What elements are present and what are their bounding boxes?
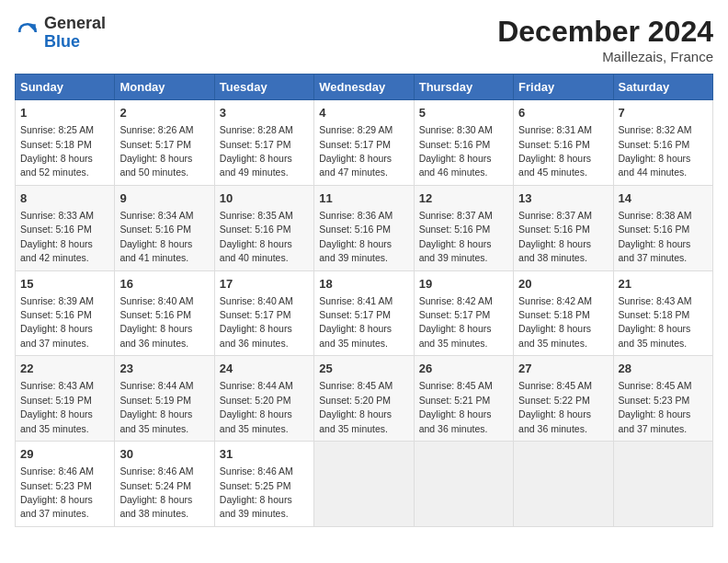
day-detail: Sunrise: 8:45 AMSunset: 5:22 PMDaylight:… — [518, 380, 592, 433]
day-number: 6 — [518, 105, 608, 121]
calendar-day-cell: 27Sunrise: 8:45 AMSunset: 5:22 PMDayligh… — [514, 356, 613, 442]
day-detail: Sunrise: 8:43 AMSunset: 5:19 PMDaylight:… — [20, 380, 94, 433]
calendar-day-cell: 8Sunrise: 8:33 AMSunset: 5:16 PMDaylight… — [16, 185, 115, 270]
calendar-table: SundayMondayTuesdayWednesdayThursdayFrid… — [15, 74, 713, 527]
day-number: 1 — [20, 105, 109, 121]
day-detail: Sunrise: 8:28 AMSunset: 5:17 PMDaylight:… — [220, 124, 293, 178]
day-number: 24 — [220, 361, 309, 377]
calendar-day-cell: 21Sunrise: 8:43 AMSunset: 5:18 PMDayligh… — [613, 270, 712, 356]
day-of-week-header: Friday — [514, 75, 613, 100]
day-detail: Sunrise: 8:40 AMSunset: 5:16 PMDaylight:… — [119, 295, 193, 349]
day-number: 2 — [119, 105, 209, 121]
calendar-week-row: 15Sunrise: 8:39 AMSunset: 5:16 PMDayligh… — [16, 270, 713, 356]
day-detail: Sunrise: 8:40 AMSunset: 5:17 PMDaylight:… — [220, 295, 293, 349]
day-number: 28 — [619, 361, 708, 377]
calendar-header-row: SundayMondayTuesdayWednesdayThursdayFrid… — [16, 75, 713, 100]
day-number: 17 — [220, 276, 309, 293]
calendar-day-cell: 12Sunrise: 8:37 AMSunset: 5:16 PMDayligh… — [414, 185, 513, 270]
calendar-day-cell: 11Sunrise: 8:36 AMSunset: 5:16 PMDayligh… — [314, 185, 414, 270]
calendar-week-row: 1Sunrise: 8:25 AMSunset: 5:18 PMDaylight… — [16, 100, 713, 186]
calendar-week-row: 22Sunrise: 8:43 AMSunset: 5:19 PMDayligh… — [16, 356, 713, 442]
day-detail: Sunrise: 8:37 AMSunset: 5:16 PMDaylight:… — [518, 210, 592, 263]
day-detail: Sunrise: 8:26 AMSunset: 5:17 PMDaylight:… — [119, 124, 193, 178]
calendar-week-row: 8Sunrise: 8:33 AMSunset: 5:16 PMDaylight… — [16, 185, 713, 270]
day-number: 29 — [20, 446, 109, 463]
day-number: 8 — [20, 190, 109, 207]
calendar-day-cell — [314, 442, 414, 527]
calendar-day-cell: 4Sunrise: 8:29 AMSunset: 5:17 PMDaylight… — [314, 100, 414, 186]
title-area: December 2024 Maillezais, France — [497, 15, 713, 64]
month-title: December 2024 — [497, 15, 713, 49]
day-detail: Sunrise: 8:29 AMSunset: 5:17 PMDaylight:… — [319, 124, 392, 178]
day-number: 4 — [319, 105, 408, 121]
logo: General Blue — [15, 15, 106, 52]
calendar-day-cell — [414, 442, 513, 527]
day-detail: Sunrise: 8:45 AMSunset: 5:21 PMDaylight:… — [419, 380, 493, 433]
calendar-day-cell: 22Sunrise: 8:43 AMSunset: 5:19 PMDayligh… — [16, 356, 115, 442]
calendar-day-cell: 3Sunrise: 8:28 AMSunset: 5:17 PMDaylight… — [214, 100, 313, 186]
day-detail: Sunrise: 8:43 AMSunset: 5:18 PMDaylight:… — [619, 295, 692, 349]
calendar-day-cell: 10Sunrise: 8:35 AMSunset: 5:16 PMDayligh… — [214, 185, 313, 270]
day-number: 14 — [619, 190, 708, 207]
calendar-day-cell: 31Sunrise: 8:46 AMSunset: 5:25 PMDayligh… — [214, 442, 313, 527]
calendar-day-cell: 6Sunrise: 8:31 AMSunset: 5:16 PMDaylight… — [514, 100, 613, 186]
day-number: 31 — [220, 446, 309, 463]
day-detail: Sunrise: 8:38 AMSunset: 5:16 PMDaylight:… — [619, 210, 692, 263]
day-number: 27 — [518, 361, 608, 377]
day-of-week-header: Monday — [115, 75, 214, 100]
day-detail: Sunrise: 8:41 AMSunset: 5:17 PMDaylight:… — [319, 295, 392, 349]
day-detail: Sunrise: 8:30 AMSunset: 5:16 PMDaylight:… — [419, 124, 493, 178]
day-detail: Sunrise: 8:37 AMSunset: 5:16 PMDaylight:… — [419, 210, 493, 263]
calendar-day-cell: 17Sunrise: 8:40 AMSunset: 5:17 PMDayligh… — [214, 270, 313, 356]
day-number: 7 — [619, 105, 708, 121]
day-detail: Sunrise: 8:42 AMSunset: 5:18 PMDaylight:… — [518, 295, 592, 349]
day-number: 20 — [518, 276, 608, 293]
day-number: 10 — [220, 190, 309, 207]
day-detail: Sunrise: 8:42 AMSunset: 5:17 PMDaylight:… — [419, 295, 493, 349]
day-detail: Sunrise: 8:35 AMSunset: 5:16 PMDaylight:… — [220, 210, 293, 263]
calendar-day-cell — [613, 442, 712, 527]
calendar-day-cell: 9Sunrise: 8:34 AMSunset: 5:16 PMDaylight… — [115, 185, 214, 270]
calendar-day-cell: 28Sunrise: 8:45 AMSunset: 5:23 PMDayligh… — [613, 356, 712, 442]
day-number: 23 — [119, 361, 209, 377]
logo-blue: Blue — [44, 33, 106, 52]
day-detail: Sunrise: 8:31 AMSunset: 5:16 PMDaylight:… — [518, 124, 592, 178]
day-number: 9 — [119, 190, 209, 207]
day-detail: Sunrise: 8:32 AMSunset: 5:16 PMDaylight:… — [619, 124, 692, 178]
day-of-week-header: Wednesday — [314, 75, 414, 100]
day-number: 26 — [419, 361, 508, 377]
day-number: 13 — [518, 190, 608, 207]
day-detail: Sunrise: 8:36 AMSunset: 5:16 PMDaylight:… — [319, 210, 392, 263]
calendar-day-cell: 13Sunrise: 8:37 AMSunset: 5:16 PMDayligh… — [514, 185, 613, 270]
day-detail: Sunrise: 8:25 AMSunset: 5:18 PMDaylight:… — [20, 124, 94, 178]
calendar-day-cell: 16Sunrise: 8:40 AMSunset: 5:16 PMDayligh… — [115, 270, 214, 356]
calendar-day-cell: 24Sunrise: 8:44 AMSunset: 5:20 PMDayligh… — [214, 356, 313, 442]
day-number: 21 — [619, 276, 708, 293]
day-detail: Sunrise: 8:39 AMSunset: 5:16 PMDaylight:… — [20, 295, 94, 349]
location: Maillezais, France — [497, 49, 713, 64]
day-number: 18 — [319, 276, 408, 293]
logo-icon — [15, 19, 40, 45]
calendar-day-cell: 19Sunrise: 8:42 AMSunset: 5:17 PMDayligh… — [414, 270, 513, 356]
logo-text: General Blue — [44, 15, 106, 52]
page-header: General Blue December 2024 Maillezais, F… — [15, 15, 713, 64]
calendar-day-cell: 1Sunrise: 8:25 AMSunset: 5:18 PMDaylight… — [16, 100, 115, 186]
day-number: 12 — [419, 190, 508, 207]
day-of-week-header: Saturday — [613, 75, 712, 100]
day-number: 22 — [20, 361, 109, 377]
day-detail: Sunrise: 8:46 AMSunset: 5:24 PMDaylight:… — [119, 465, 193, 519]
calendar-day-cell: 18Sunrise: 8:41 AMSunset: 5:17 PMDayligh… — [314, 270, 414, 356]
calendar-day-cell: 25Sunrise: 8:45 AMSunset: 5:20 PMDayligh… — [314, 356, 414, 442]
day-number: 25 — [319, 361, 408, 377]
day-detail: Sunrise: 8:46 AMSunset: 5:25 PMDaylight:… — [220, 465, 293, 519]
day-detail: Sunrise: 8:44 AMSunset: 5:20 PMDaylight:… — [220, 380, 293, 433]
calendar-day-cell: 14Sunrise: 8:38 AMSunset: 5:16 PMDayligh… — [613, 185, 712, 270]
calendar-day-cell: 29Sunrise: 8:46 AMSunset: 5:23 PMDayligh… — [16, 442, 115, 527]
day-detail: Sunrise: 8:45 AMSunset: 5:20 PMDaylight:… — [319, 380, 392, 433]
day-of-week-header: Thursday — [414, 75, 513, 100]
day-number: 15 — [20, 276, 109, 293]
calendar-day-cell: 23Sunrise: 8:44 AMSunset: 5:19 PMDayligh… — [115, 356, 214, 442]
day-detail: Sunrise: 8:33 AMSunset: 5:16 PMDaylight:… — [20, 210, 94, 263]
day-detail: Sunrise: 8:34 AMSunset: 5:16 PMDaylight:… — [119, 210, 193, 263]
day-of-week-header: Tuesday — [214, 75, 313, 100]
